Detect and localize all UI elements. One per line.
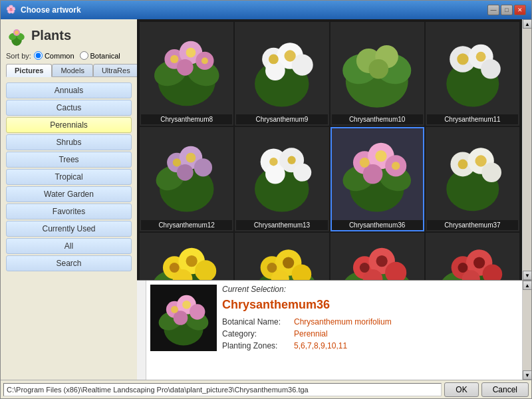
grid-item-chr38[interactable]: Chrysanthemum38 [140, 233, 233, 281]
category-trees[interactable]: Trees [6, 152, 132, 168]
tab-ultrares[interactable]: UltraRes [93, 64, 139, 77]
plants-header: Plants [6, 25, 132, 46]
grid-item-img-chr36 [332, 128, 423, 219]
status-bar: C:\Program Files (x86)\Realtime Landscap… [1, 380, 531, 398]
maximize-button[interactable]: □ [501, 5, 513, 15]
info-main: Current Selection: Chrysanthemum36 Botan… [146, 281, 522, 380]
window-icon: 🌸 [6, 5, 17, 15]
grid-item-img-chr8 [141, 23, 232, 114]
grid-item-img-chr38 [141, 234, 232, 281]
category-cactus[interactable]: Cactus [6, 100, 132, 116]
info-scroll-track[interactable] [523, 290, 531, 370]
info-scroll-down[interactable]: ▼ [523, 370, 531, 380]
category-annuals[interactable]: Annuals [6, 82, 132, 98]
svg-point-27 [369, 59, 389, 79]
grid-item-chr11[interactable]: Chrysanthemum11 [426, 22, 519, 126]
ok-button[interactable]: OK [444, 382, 478, 397]
category-all[interactable]: All [6, 238, 132, 254]
grid-item-img-chr40 [332, 234, 423, 281]
minimize-button[interactable]: — [487, 5, 499, 15]
category-search[interactable]: Search [6, 255, 132, 271]
grid-item-label-chr36: Chrysanthemum36 [332, 220, 423, 230]
svg-point-71 [186, 255, 197, 267]
grid-scrollbar[interactable]: ▲ ▼ [522, 19, 531, 280]
main-window: 🌸 Choose artwork — □ ✕ [0, 0, 532, 399]
info-category-label: Category: [222, 329, 289, 338]
grid-container: Chrysanthemum8 [140, 22, 519, 280]
grid-item-img-chr41 [427, 234, 518, 281]
info-zones-label: Planting Zones: [222, 341, 289, 350]
grid-item-chr41[interactable]: Chrysanthemum41 [426, 233, 519, 281]
category-water-garden[interactable]: Water Garden [6, 186, 132, 202]
info-botanical-value: Chrysanthemum morifolium [294, 317, 392, 327]
svg-point-33 [475, 52, 485, 62]
grid-item-chr12[interactable]: Chrysanthemum12 [140, 127, 233, 231]
category-shrubs[interactable]: Shrubs [6, 134, 132, 150]
info-panel: Current Selection: Chrysanthemum36 Botan… [137, 280, 531, 380]
category-favorites[interactable]: Favorites [6, 203, 132, 219]
svg-point-72 [170, 263, 180, 273]
grid-item-label-chr11: Chrysanthemum11 [427, 114, 518, 124]
grid-item-img-chr12 [141, 128, 232, 219]
svg-point-12 [186, 48, 196, 58]
svg-point-80 [267, 263, 277, 273]
svg-point-63 [458, 160, 467, 170]
grid-item-chr37[interactable]: Chrysanthemum37 [426, 127, 519, 231]
svg-point-79 [283, 257, 294, 269]
info-row-botanical: Botanical Name: Chrysanthemum morifolium [222, 317, 518, 327]
close-button[interactable]: ✕ [514, 5, 526, 15]
svg-point-105 [182, 301, 191, 309]
svg-point-57 [360, 158, 370, 168]
grid-scroll-track[interactable] [523, 29, 531, 271]
grid-item-label-chr12: Chrysanthemum12 [141, 220, 232, 230]
tab-pictures[interactable]: Pictures [6, 64, 52, 77]
grid-item-chr40[interactable]: Chrysanthemum40 [331, 233, 424, 281]
sort-common[interactable]: Common [34, 51, 74, 60]
category-currently-used[interactable]: Currently Used [6, 221, 132, 237]
info-zones-value: 5,6,7,8,9,10,11 [294, 341, 347, 350]
grid-item-chr10[interactable]: Chrysanthemum10 [331, 22, 424, 126]
info-scrollbar[interactable]: ▲ ▼ [522, 281, 531, 380]
status-path: C:\Program Files (x86)\Realtime Landscap… [3, 383, 442, 396]
svg-point-21 [269, 54, 279, 64]
svg-point-103 [190, 304, 205, 319]
svg-point-58 [392, 162, 400, 170]
grid-scroll-up[interactable]: ▲ [523, 19, 531, 29]
tab-models[interactable]: Models [52, 64, 92, 77]
grid-scroll-down[interactable]: ▼ [523, 271, 531, 280]
svg-point-47 [288, 156, 296, 164]
sort-botanical[interactable]: Botanical [80, 51, 120, 60]
sort-radio-group: Common Botanical [34, 51, 120, 60]
grid-item-label-chr9: Chrysanthemum9 [236, 114, 327, 124]
svg-point-38 [194, 158, 212, 176]
info-selection-label: Current Selection: [222, 285, 518, 294]
svg-point-32 [457, 53, 468, 65]
svg-point-39 [177, 164, 194, 181]
svg-point-20 [285, 50, 296, 61]
grid-item-img-chr10 [332, 23, 423, 114]
svg-point-46 [265, 164, 285, 184]
info-category-value: Perennial [294, 329, 328, 338]
svg-point-56 [376, 150, 387, 162]
info-scroll-up[interactable]: ▲ [523, 281, 531, 290]
grid-item-chr36[interactable]: Chrysanthemum36 [331, 127, 424, 231]
sort-label: Sort by: [6, 52, 31, 60]
svg-point-31 [481, 59, 501, 79]
grid-area[interactable]: Chrysanthemum8 [137, 19, 522, 280]
grid-item-chr39[interactable]: Chrysanthemum39 [235, 233, 329, 281]
category-tropical[interactable]: Tropical [6, 169, 132, 185]
category-perennials[interactable]: Perennials [6, 117, 132, 133]
grid-item-chr13[interactable]: Chrysanthemum13 [235, 127, 329, 231]
left-panel: Plants Sort by: Common Botanical Pictu [1, 19, 137, 380]
grid-item-chr9[interactable]: Chrysanthemum9 [235, 22, 329, 126]
svg-point-62 [481, 163, 501, 183]
cancel-button[interactable]: Cancel [481, 382, 529, 397]
grid-item-img-chr37 [427, 128, 518, 219]
info-row-zones: Planting Zones: 5,6,7,8,9,10,11 [222, 341, 518, 350]
info-plant-name: Chrysanthemum36 [222, 298, 518, 312]
grid-item-chr8[interactable]: Chrysanthemum8 [140, 22, 233, 126]
svg-point-48 [269, 158, 277, 166]
svg-point-11 [177, 59, 194, 76]
title-bar: 🌸 Choose artwork — □ ✕ [1, 1, 531, 19]
info-text: Current Selection: Chrysanthemum36 Botan… [222, 285, 518, 376]
